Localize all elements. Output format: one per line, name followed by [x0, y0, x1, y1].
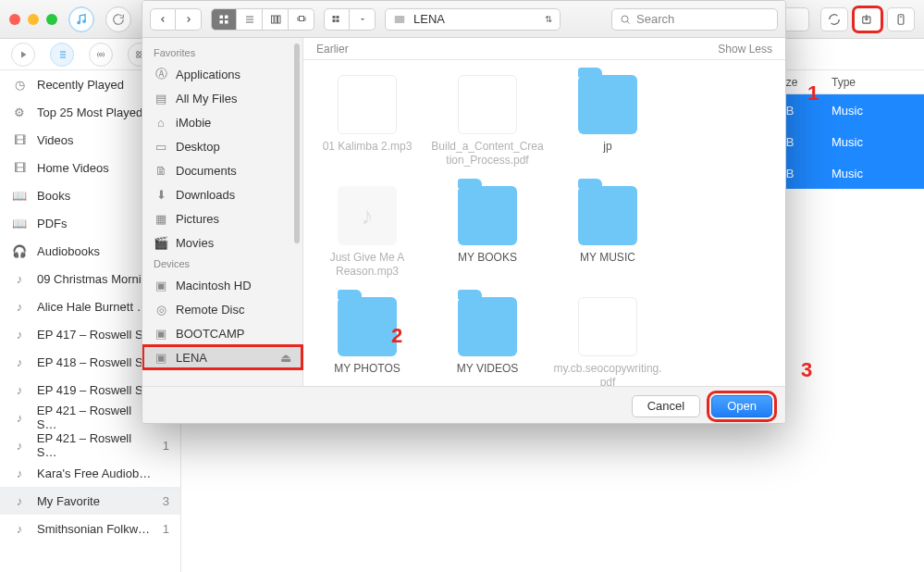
gear-icon: ⚙ — [11, 106, 28, 119]
favorites-label: Applications — [176, 68, 240, 81]
svg-rect-14 — [271, 16, 274, 23]
file-grid: 01 Kalimba 2.mp3Build_a_Content_Creation… — [303, 60, 785, 386]
sidebar-item[interactable]: ♪ EP 421 – Roswell S… 1 — [0, 431, 180, 459]
eject-icon[interactable]: ⏏ — [280, 351, 291, 365]
file-tile[interactable]: MY MUSIC — [548, 180, 668, 292]
device-button[interactable] — [887, 7, 915, 31]
file-tile[interactable]: jp — [548, 69, 668, 180]
arrange-chevron-icon[interactable] — [350, 8, 376, 31]
favorites-item[interactable]: ⌂iMobie — [142, 110, 302, 134]
svg-rect-22 — [395, 17, 405, 23]
cancel-button[interactable]: Cancel — [632, 395, 700, 417]
dialog-search[interactable]: Search — [611, 8, 778, 31]
view-coverflow[interactable] — [289, 8, 314, 31]
view-columns[interactable] — [263, 8, 289, 31]
dialog-search-placeholder: Search — [636, 12, 674, 26]
radio-icon[interactable] — [89, 43, 113, 67]
file-label: 01 Kalimba 2.mp3 — [311, 140, 424, 154]
file-tile[interactable]: MY PHOTOS — [307, 292, 427, 386]
file-icon — [458, 75, 517, 134]
sidebar-item-label: Top 25 Most Played — [37, 106, 142, 119]
disc-icon: ◎ — [154, 303, 168, 317]
music-file-icon: ♪ — [338, 186, 397, 245]
svg-rect-18 — [333, 16, 336, 19]
sidebar-item[interactable]: ♪ My Favorite 3 — [0, 487, 180, 515]
file-tile[interactable]: ♪Just Give Me A Reason.mp3 — [307, 180, 427, 292]
note-icon: ♪ — [11, 411, 28, 425]
svg-point-1 — [83, 20, 85, 22]
sidebar-item[interactable]: ♪ Smithsonian Folkw… 1 — [0, 515, 180, 542]
sidebar-item-label: 09 Christmas Morni… — [37, 272, 154, 286]
svg-rect-20 — [333, 19, 336, 22]
svg-rect-16 — [277, 16, 280, 23]
favorites-label: Downloads — [176, 188, 235, 202]
sidebar-item-label: Home Videos — [37, 161, 109, 175]
book-icon: 📖 — [11, 189, 28, 203]
note-icon: ♪ — [11, 522, 28, 536]
note-icon: ♪ — [11, 439, 28, 453]
file-label: my.cb.seocopywriting.pdf — [551, 362, 664, 386]
file-tile[interactable]: 01 Kalimba 2.mp3 — [307, 69, 427, 180]
file-icon — [338, 75, 397, 134]
refresh-icon[interactable] — [105, 6, 131, 32]
open-button[interactable]: Open — [711, 395, 772, 417]
import-button[interactable] — [854, 7, 881, 31]
devices-item[interactable]: ▣Macintosh HD — [142, 273, 302, 297]
favorites-item[interactable]: ⒶApplications — [142, 62, 302, 86]
svg-rect-11 — [225, 15, 228, 19]
show-less-link[interactable]: Show Less — [718, 43, 772, 56]
devices-label: BOOTCAMP — [176, 327, 244, 341]
audio-icon: 🎧 — [11, 244, 28, 258]
forward-button[interactable] — [176, 8, 202, 31]
list-icon[interactable] — [50, 43, 74, 67]
minimize-icon[interactable] — [28, 14, 39, 25]
maximize-icon[interactable] — [46, 14, 57, 25]
back-button[interactable] — [150, 8, 176, 31]
sidebar-item-label: PDFs — [37, 217, 68, 230]
refresh-button[interactable] — [820, 7, 848, 31]
favorites-item[interactable]: 🗎Documents — [142, 158, 302, 182]
clock-icon: ◷ — [11, 78, 28, 92]
sidebar-item-count: 1 — [163, 522, 169, 536]
location-popup[interactable]: LENA ⇅ — [385, 8, 561, 31]
sidebar-item-label: EP 418 – Roswell S… — [37, 355, 155, 369]
favorites-item[interactable]: ▦Pictures — [142, 206, 302, 230]
favorites-item[interactable]: ▭Desktop — [142, 134, 302, 158]
sidebar-item-count: 3 — [163, 494, 169, 508]
cell-type: Music — [832, 167, 915, 180]
favorites-item[interactable]: ▤All My Files — [142, 86, 302, 110]
col-type[interactable]: Type — [832, 76, 915, 89]
view-icons[interactable] — [211, 8, 237, 31]
devices-item[interactable]: ▣LENA⏏ — [142, 345, 302, 369]
file-tile[interactable]: MY VIDEOS — [427, 292, 548, 386]
devices-item[interactable]: ▣BOOTCAMP — [142, 321, 302, 345]
scrollbar[interactable] — [294, 44, 300, 243]
app-icon: Ⓐ — [154, 66, 168, 82]
cell-type: Music — [832, 135, 915, 149]
file-tile[interactable]: my.cb.seocopywriting.pdf — [548, 292, 668, 386]
favorites-item[interactable]: 🎬Movies — [142, 230, 302, 255]
home-icon: ⌂ — [154, 116, 168, 130]
sidebar-item-label: Videos — [37, 133, 74, 147]
sidebar-item-label: Books — [37, 189, 70, 203]
file-tile[interactable]: Build_a_Content_Creation_Process.pdf — [427, 69, 548, 180]
svg-point-6 — [137, 51, 140, 54]
all-icon: ▤ — [154, 92, 168, 106]
sidebar-item[interactable]: ♪ Kara's Free Audiob… — [0, 459, 180, 487]
dialog-toolbar: LENA ⇅ Search — [142, 1, 785, 38]
file-tile[interactable]: MY BOOKS — [427, 180, 548, 292]
file-icon — [578, 297, 637, 356]
toolbar-right — [820, 7, 915, 31]
favorites-item[interactable]: ⬇Downloads — [142, 182, 302, 206]
close-icon[interactable] — [9, 14, 20, 25]
mov-icon: 🎬 — [154, 236, 168, 250]
arrange-button[interactable] — [324, 8, 350, 31]
view-list[interactable] — [237, 8, 263, 31]
cell-type: Music — [832, 104, 915, 118]
play-icon[interactable] — [11, 43, 35, 67]
note-icon: ♪ — [11, 494, 28, 508]
devices-item[interactable]: ◎Remote Disc — [142, 297, 302, 321]
sidebar-item-label: Kara's Free Audiob… — [37, 466, 151, 480]
down-icon: ⬇ — [154, 188, 168, 202]
music-icon[interactable] — [68, 6, 94, 32]
